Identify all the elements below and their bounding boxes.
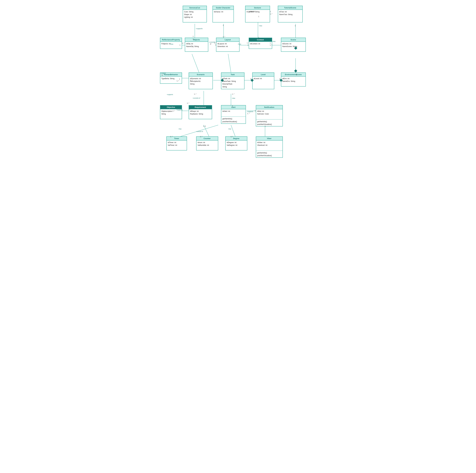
scene-header: Scene — [281, 38, 306, 42]
has-label-task-alert: +has — [232, 97, 235, 99]
scene-body: IdScene: int NameScene: String — [281, 42, 306, 52]
layout-header: Layout — [216, 38, 239, 42]
notif-attr1: IdNot: int — [257, 110, 281, 113]
viber-header: Viber — [256, 137, 283, 141]
objects-header: Objects — [185, 38, 208, 42]
guide-character-header: Guide Character — [213, 6, 234, 10]
objective-header: Objective — [160, 106, 182, 109]
env-attr2: NameEnv: String — [282, 80, 304, 83]
objective-body: Objdescription: String — [160, 109, 182, 119]
layout-attr1: IdLayout: int — [218, 42, 238, 45]
timer-attr1: IdTimer: int — [168, 141, 186, 144]
related-to-label2: to — [162, 74, 163, 76]
level-class: Level IdLevel: int — [252, 73, 274, 89]
svg-line-9 — [228, 54, 231, 73]
gesture-class: Gesture Id gesture: String — [245, 6, 270, 22]
tutorial-scene-header: TutorialScene — [278, 6, 302, 10]
mult-req-counter: 1..3 — [203, 125, 206, 127]
level-header: Level — [253, 73, 274, 77]
diamond-level — [251, 79, 254, 82]
has-label-ctx-scene: +has — [272, 40, 275, 42]
objects-attr2: NameObj: String — [186, 45, 207, 48]
mult-req-counter2: 1..* — [200, 136, 203, 137]
diamond-env — [294, 69, 297, 73]
alert-methods: getAlertInfo() postAlertVisualize() — [221, 117, 246, 123]
mult-gest-ctx2: 1 — [258, 37, 259, 38]
mult-scene-env: 3 — [296, 74, 297, 76]
uml-diagram: SensoryCue Cues: String Shape: int Light… — [159, 3, 318, 161]
mult-ctx-sc1: 1 — [270, 42, 271, 44]
objects-attr1: IdObj: int — [186, 42, 207, 45]
supports-label-obj-req: +supports — [176, 109, 183, 111]
alert-class: Alert IdAlert: int getAlertInfo() postAl… — [221, 105, 246, 124]
sensory-cue-header: SensoryCue — [183, 6, 206, 10]
degree-attr1: IdDegree: int — [227, 141, 246, 144]
diamond-env2 — [280, 79, 283, 82]
gesture-header: Gesture — [245, 6, 270, 10]
mult-ref-obj1: 1..* — [182, 42, 184, 44]
sensory-cue-class: SensoryCue Cues: String Shape: int Light… — [183, 6, 207, 22]
degree-attr2: ValDegree: int — [227, 144, 246, 147]
task-attr4: String — [222, 86, 243, 88]
scenario-body: IdScenario: int DescriptionSc: String — [189, 77, 213, 89]
diamond-task — [221, 79, 224, 82]
svg-marker-25 — [251, 79, 254, 82]
mult-lay-ctx2: 1 — [248, 44, 248, 46]
viber-class: Viber IdViber: int Viberlevel: int getAl… — [256, 136, 283, 158]
viber-attr2: Viberlevel: int — [257, 144, 281, 147]
mult-tuto-scene: 1 — [295, 25, 296, 27]
mult-sc-obj-1: 1 — [193, 36, 194, 37]
timer-header: Timer — [167, 137, 187, 141]
timer-class: Timer IdTimer: int ValTimer: int — [166, 136, 187, 150]
requirement-header: Requirement — [189, 106, 212, 109]
mult-gc-layout: 1 — [223, 24, 224, 26]
scene-class: Scene IdScene: int NameScene: String — [281, 38, 306, 52]
sensory-cue-attr1: Cues: String — [184, 11, 205, 13]
scenario-attr1: IdScenario: int — [190, 77, 211, 80]
mult-obj-lay1: 1..* — [214, 42, 217, 44]
guide-character-class: Guide Character Idcharac: int — [213, 6, 234, 22]
env-attr1: IdEnv: int — [282, 77, 304, 80]
guide-character-body: Idcharac: int — [213, 10, 234, 22]
degree-header: Degree — [226, 137, 247, 141]
sensory-cue-body: Cues: String Shape: int Lighting: int — [183, 10, 206, 22]
svg-marker-22 — [294, 47, 297, 50]
mult-sc-obj-2: 1 — [193, 38, 194, 40]
requirement-class: Requirement IdRequi: int ReqName: String — [189, 105, 212, 119]
counter-header: Counter — [196, 137, 218, 141]
counter-attr1: Idnum: int — [198, 141, 217, 144]
svg-line-20 — [231, 125, 235, 136]
viber-methods: getAlertInfo() postAlertVisualize() — [256, 151, 283, 157]
mult-task-alert1: 1..* — [232, 93, 235, 95]
objects-class: Objects IdObj: int NameObj: String — [185, 38, 208, 52]
alert-divider — [221, 116, 246, 117]
counter-body: Idnum: int ValNumblte: int — [196, 141, 218, 150]
tutorial-scene-class: TutorialScene IdTuto: int NameTuto: Stri… — [278, 6, 303, 22]
svg-line-8 — [192, 54, 199, 73]
mult-an2: 1 — [255, 110, 256, 112]
has-label-layout-ctx: +has — [238, 43, 241, 45]
mult-objreq1: 1..* — [173, 110, 175, 112]
supports-label-1: +supports — [196, 28, 203, 29]
human-behavior-class: HumanBehavior TypeBeha: String — [160, 73, 182, 84]
req-attr2: ReqName: String — [190, 113, 211, 115]
alert-attr1: IdAlert: int — [222, 110, 244, 113]
objects-body: IdObj: int NameObj: String — [185, 42, 208, 52]
context-attr1: IdContext: int — [250, 42, 271, 45]
supports-label-alert-notif: +supports — [247, 111, 253, 112]
environment-scene-body: IdEnv: int NameEnv: String — [281, 77, 306, 86]
degree-class: Degree IdDegree: int ValDegree: int — [225, 136, 247, 150]
counter-attr2: ValNumblte: int — [198, 144, 217, 147]
consists-of-label2: of — [210, 43, 211, 45]
notif-method1: getAlertInfo() — [257, 120, 281, 123]
task-body: IdTask: int NameTask: String DescriptTas… — [221, 77, 244, 89]
level-body: IdLevel: int — [253, 77, 274, 89]
scene-attr1: IdScene: int — [282, 42, 304, 45]
guide-char-attr1: Idcharac: int — [214, 11, 232, 13]
mult-scen-task1: 1..* — [190, 80, 193, 81]
layout-body: IdLayout: int Dimention: int — [216, 42, 239, 52]
counter-class: Counter Idnum: int ValNumblte: int — [196, 136, 218, 150]
environment-scene-class: EnvironmentScene IdEnv: int NameEnv: Str… — [281, 73, 306, 87]
has-label-alert-timer: +has — [178, 128, 182, 130]
notif-method2: postAlertVisualize() — [257, 123, 281, 126]
